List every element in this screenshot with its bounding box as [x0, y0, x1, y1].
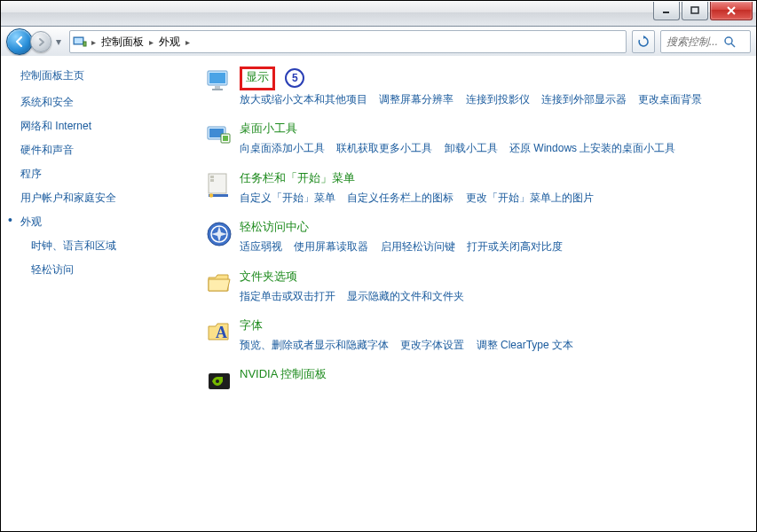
category-title-ease-of-access[interactable]: 轻松访问中心	[240, 219, 309, 235]
svg-rect-1	[691, 7, 698, 13]
ease-of-access-icon	[204, 219, 234, 249]
category-taskbar: 任务栏和「开始」菜单 自定义「开始」菜单 自定义任务栏上的图标 更改「开始」菜单…	[204, 170, 742, 207]
folder-icon	[204, 269, 234, 299]
breadcrumb-appearance[interactable]: 外观	[157, 35, 182, 50]
link-text-size[interactable]: 放大或缩小文本和其他项目	[240, 90, 367, 108]
svg-line-8	[731, 43, 735, 47]
breadcrumb-sep: ▸	[146, 37, 157, 47]
body: 控制面板主页 系统和安全 网络和 Internet 硬件和声音 程序 用户帐户和…	[1, 56, 756, 531]
link-show-hidden[interactable]: 显示隐藏的文件和文件夹	[347, 287, 464, 305]
category-folder-options: 文件夹选项 指定单击或双击打开 显示隐藏的文件和文件夹	[204, 269, 742, 305]
search-input[interactable]	[665, 35, 723, 49]
svg-point-21	[209, 193, 213, 197]
link-desktop-background[interactable]: 更改桌面背景	[638, 90, 702, 108]
category-ease-of-access: 轻松访问中心 适应弱视 使用屏幕读取器 启用轻松访问键 打开或关闭高对比度	[204, 219, 742, 255]
svg-rect-18	[210, 176, 214, 178]
sidebar-title[interactable]: 控制面板主页	[1, 66, 187, 90]
link-projector[interactable]: 连接到投影仪	[466, 90, 530, 108]
control-panel-icon	[72, 35, 88, 49]
minimize-button[interactable]	[653, 2, 680, 20]
category-title-display[interactable]: 显示	[246, 69, 269, 85]
category-title-fonts[interactable]: 字体	[240, 317, 263, 333]
category-nvidia: NVIDIA 控制面板	[204, 366, 742, 396]
sidebar-item-appearance[interactable]: 外观	[1, 210, 187, 234]
maximize-button[interactable]	[682, 2, 708, 20]
category-title-gadgets[interactable]: 桌面小工具	[240, 121, 297, 137]
breadcrumb-sep: ▸	[182, 37, 193, 47]
link-external-display[interactable]: 连接到外部显示器	[541, 90, 627, 108]
link-click-behavior[interactable]: 指定单击或双击打开	[240, 287, 335, 305]
sidebar: 控制面板主页 系统和安全 网络和 Internet 硬件和声音 程序 用户帐户和…	[1, 56, 188, 531]
link-customize-start[interactable]: 自定义「开始」菜单	[240, 189, 335, 207]
window-buttons	[651, 2, 753, 20]
svg-rect-11	[215, 86, 220, 89]
nvidia-icon	[204, 366, 234, 396]
link-add-gadgets[interactable]: 向桌面添加小工具	[240, 139, 325, 157]
sidebar-item-network-internet[interactable]: 网络和 Internet	[1, 114, 187, 138]
highlight-annotation: 显示	[240, 66, 275, 90]
search-box[interactable]	[660, 30, 751, 53]
svg-rect-5	[75, 38, 83, 43]
category-title-folder-options[interactable]: 文件夹选项	[240, 269, 297, 285]
display-icon	[204, 66, 234, 97]
breadcrumb-sep: ▸	[88, 37, 99, 47]
window: ▾ ▸ 控制面板 ▸ 外观 ▸ 控制面板主页 系统和安全 网络和 Int	[0, 0, 757, 532]
link-cleartype[interactable]: 调整 ClearType 文本	[477, 336, 573, 354]
forward-button[interactable]	[30, 31, 51, 52]
breadcrumb-control-panel[interactable]: 控制面板	[99, 35, 146, 50]
step-annotation: 5	[285, 68, 304, 88]
sidebar-item-system-security[interactable]: 系统和安全	[1, 90, 187, 114]
link-ease-keys[interactable]: 启用轻松访问键	[381, 238, 455, 255]
svg-text:A: A	[216, 324, 227, 341]
history-dropdown[interactable]: ▾	[53, 35, 64, 48]
link-high-contrast[interactable]: 打开或关闭高对比度	[467, 238, 563, 255]
sidebar-item-hardware-sound[interactable]: 硬件和声音	[1, 138, 187, 162]
svg-point-26	[216, 379, 219, 383]
link-uninstall-gadgets[interactable]: 卸载小工具	[445, 139, 498, 157]
category-title-taskbar[interactable]: 任务栏和「开始」菜单	[240, 170, 355, 186]
refresh-button[interactable]	[632, 30, 655, 53]
taskbar-icon	[204, 170, 234, 200]
search-icon	[723, 35, 736, 48]
sidebar-item-programs[interactable]: 程序	[1, 162, 187, 186]
breadcrumb[interactable]: ▸ 控制面板 ▸ 外观 ▸	[69, 30, 627, 53]
svg-rect-12	[212, 89, 223, 90]
sidebar-item-user-accounts[interactable]: 用户帐户和家庭安全	[1, 186, 187, 210]
back-forward-group: ▾	[6, 28, 64, 55]
fonts-icon: A	[204, 317, 234, 348]
svg-rect-10	[209, 73, 225, 83]
sidebar-item-ease-of-access[interactable]: 轻松访问	[1, 258, 187, 282]
link-preview-fonts[interactable]: 预览、删除或者显示和隐藏字体	[240, 336, 389, 354]
link-low-vision[interactable]: 适应弱视	[240, 238, 282, 255]
link-resolution[interactable]: 调整屏幕分辨率	[379, 90, 453, 108]
gadgets-icon	[204, 121, 234, 151]
svg-rect-16	[223, 136, 228, 141]
link-font-settings[interactable]: 更改字体设置	[400, 336, 464, 354]
category-title-nvidia[interactable]: NVIDIA 控制面板	[240, 366, 327, 382]
link-change-start-picture[interactable]: 更改「开始」菜单上的图片	[466, 189, 594, 207]
main-content: 显示 5 放大或缩小文本和其他项目 调整屏幕分辨率 连接到投影仪 连接到外部显示…	[188, 56, 756, 531]
link-screen-reader[interactable]: 使用屏幕读取器	[294, 238, 368, 255]
link-get-gadgets-online[interactable]: 联机获取更多小工具	[336, 139, 432, 157]
close-button[interactable]	[710, 2, 753, 20]
title-bar	[1, 1, 756, 27]
link-restore-gadgets[interactable]: 还原 Windows 上安装的桌面小工具	[509, 139, 675, 157]
category-gadgets: 桌面小工具 向桌面添加小工具 联机获取更多小工具 卸载小工具 还原 Window…	[204, 121, 742, 157]
sidebar-item-clock-language[interactable]: 时钟、语言和区域	[1, 234, 187, 258]
svg-rect-19	[210, 179, 214, 182]
category-fonts: A 字体 预览、删除或者显示和隐藏字体 更改字体设置 调整 ClearType …	[204, 317, 742, 354]
svg-rect-6	[83, 42, 86, 46]
back-button[interactable]	[6, 28, 33, 55]
link-customize-taskbar-icons[interactable]: 自定义任务栏上的图标	[347, 189, 453, 207]
navigation-bar: ▾ ▸ 控制面板 ▸ 外观 ▸	[1, 27, 756, 58]
category-display: 显示 5 放大或缩小文本和其他项目 调整屏幕分辨率 连接到投影仪 连接到外部显示…	[204, 66, 742, 108]
svg-point-7	[725, 37, 732, 44]
